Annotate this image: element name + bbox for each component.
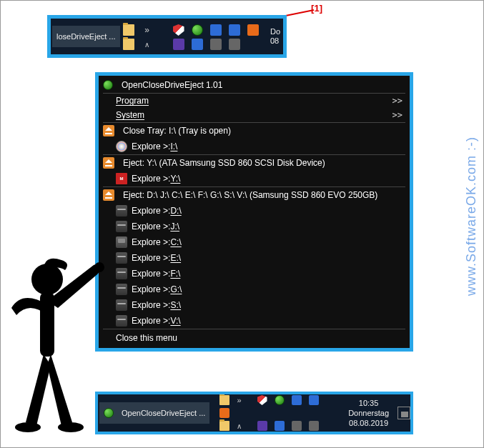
explore-prefix: Explore >: — [132, 253, 170, 263]
tray-icon[interactable] — [309, 421, 319, 431]
clock-time: 10:35 — [348, 398, 389, 408]
tray-icon[interactable] — [275, 421, 285, 431]
taskbar-task-button[interactable]: loseDriveEject ... — [52, 26, 120, 47]
explore-prefix: Explore >: — [132, 316, 170, 326]
drive-letter: G:\ — [170, 284, 182, 294]
menu-item-close-tray[interactable]: Close Tray: I:\ (Tray is open) — [99, 123, 410, 139]
chevron-right-icon[interactable] — [142, 24, 153, 36]
annotation-label: [1] — [311, 3, 322, 14]
menu-item-system[interactable]: System >> — [99, 108, 410, 122]
drive-icon — [116, 205, 127, 216]
notification-center-icon[interactable] — [397, 407, 410, 419]
app-tray-icon[interactable] — [192, 24, 203, 36]
explore-prefix: Explore >: — [132, 300, 170, 310]
drive-letter: I:\ — [170, 141, 177, 151]
eject-icon — [103, 125, 114, 136]
menu-item-explore-i[interactable]: Explore >: I:\ — [99, 139, 410, 154]
menu-title-row: OpenCloseDriveEject 1.01 — [99, 76, 410, 93]
clock-date: 08.08.2019 — [348, 418, 389, 428]
chevron-up-icon[interactable] — [237, 422, 242, 430]
tray-icon[interactable] — [173, 39, 184, 50]
eject-icon — [103, 189, 114, 201]
bottom-taskbar: OpenCloseDriveEject ... 10:35 Donnerstag… — [95, 392, 413, 434]
chevron-right-icon: >> — [392, 96, 402, 106]
context-menu: OpenCloseDriveEject 1.01 Program >> Syst… — [95, 72, 413, 352]
svg-point-4 — [15, 422, 41, 432]
taskbar-clock[interactable]: 10:35 Donnerstag 08.08.2019 — [344, 398, 393, 429]
explore-prefix: Explore >: — [132, 284, 170, 294]
tray-icon[interactable] — [257, 421, 267, 431]
tray-icon[interactable] — [292, 421, 302, 431]
app-icon — [103, 80, 113, 90]
tray-icon[interactable] — [247, 24, 259, 36]
drive-icon — [116, 221, 127, 232]
explore-prefix: Explore >: — [132, 141, 170, 151]
menu-label: Program — [116, 96, 149, 106]
drive-letter: V:\ — [170, 316, 180, 326]
menu-item-explore-c[interactable]: Explore >: C:\ — [99, 234, 410, 250]
taskbar-task-label: OpenCloseDriveEject ... — [122, 409, 205, 417]
explore-prefix: Explore >: — [132, 174, 170, 184]
tray-icon[interactable] — [292, 395, 302, 405]
folder-icon[interactable] — [123, 24, 134, 36]
menu-label: Eject: D:\ J:\ C:\ E:\ F:\ G:\ S:\ V:\ (… — [123, 190, 377, 200]
menu-label: Close this menu — [116, 333, 177, 343]
drive-letter: C:\ — [170, 237, 181, 247]
svg-point-3 — [94, 262, 104, 272]
menu-item-explore-y[interactable]: M Explore >: Y:\ — [99, 171, 410, 186]
tray-icon[interactable] — [219, 408, 229, 418]
menu-title: OpenCloseDriveEject 1.01 — [122, 80, 222, 90]
tray-icon[interactable] — [229, 39, 240, 50]
cd-drive-icon — [116, 141, 127, 152]
explore-prefix: Explore >: — [132, 269, 170, 279]
tray-icon[interactable] — [210, 39, 222, 50]
tray-icon[interactable] — [229, 24, 240, 36]
system-drive-icon — [116, 237, 127, 248]
explore-prefix: Explore >: — [132, 237, 170, 247]
drive-letter: S:\ — [170, 300, 181, 310]
taskbar-task-label: loseDriveEject ... — [56, 32, 116, 41]
shield-icon[interactable] — [173, 24, 184, 36]
tray-icon[interactable] — [192, 39, 203, 50]
menu-item-program[interactable]: Program >> — [99, 94, 410, 108]
drive-icon — [116, 315, 127, 327]
clock-day: Donnerstag — [348, 408, 389, 418]
tray-icon[interactable] — [210, 24, 222, 36]
eject-icon — [103, 157, 114, 169]
menu-label: Close Tray: I:\ (Tray is open) — [123, 126, 231, 136]
drive-letter: Y:\ — [170, 174, 180, 184]
drive-letter: J:\ — [170, 221, 179, 232]
chevron-up-icon[interactable] — [142, 39, 153, 50]
drive-letter: E:\ — [170, 253, 181, 263]
menu-item-eject-y[interactable]: Eject: Y:\ (ATA Samsung SSD 860 SCSI Dis… — [99, 155, 410, 171]
drive-letter: F:\ — [170, 269, 180, 279]
top-taskbar: loseDriveEject ... Do 08 — [47, 15, 287, 58]
drive-icon — [116, 284, 127, 295]
folder-icon[interactable] — [219, 395, 229, 405]
watermark: www.SoftwareOK.com :-) — [464, 136, 479, 296]
explore-prefix: Explore >: — [132, 221, 170, 232]
drive-letter: D:\ — [170, 206, 181, 216]
taskbar-task-button[interactable]: OpenCloseDriveEject ... — [99, 402, 209, 424]
drive-icon — [116, 252, 127, 264]
menu-item-explore-f[interactable]: Explore >: F:\ — [99, 266, 410, 282]
menu-item-explore-g[interactable]: Explore >: G:\ — [99, 282, 410, 297]
tray-icon[interactable] — [309, 395, 319, 405]
drive-icon — [116, 299, 127, 311]
chevron-right-icon[interactable] — [237, 396, 241, 404]
menu-label: Eject: Y:\ (ATA Samsung SSD 860 SCSI Dis… — [123, 158, 325, 168]
menu-item-explore-d[interactable]: Explore >: D:\ — [99, 203, 410, 219]
menu-label: System — [116, 110, 144, 120]
menu-item-eject-multi[interactable]: Eject: D:\ J:\ C:\ E:\ F:\ G:\ S:\ V:\ (… — [99, 187, 410, 203]
app-tray-icon[interactable] — [275, 395, 285, 405]
menu-item-close[interactable]: Close this menu — [99, 329, 410, 348]
drive-icon — [116, 268, 127, 279]
folder-icon[interactable] — [219, 421, 229, 431]
folder-icon[interactable] — [123, 39, 134, 50]
menu-item-explore-s[interactable]: Explore >: S:\ — [99, 297, 410, 313]
drive-icon: M — [116, 173, 127, 184]
menu-item-explore-j[interactable]: Explore >: J:\ — [99, 219, 410, 234]
menu-item-explore-e[interactable]: Explore >: E:\ — [99, 250, 410, 266]
menu-item-explore-v[interactable]: Explore >: V:\ — [99, 313, 410, 329]
shield-icon[interactable] — [257, 395, 267, 405]
